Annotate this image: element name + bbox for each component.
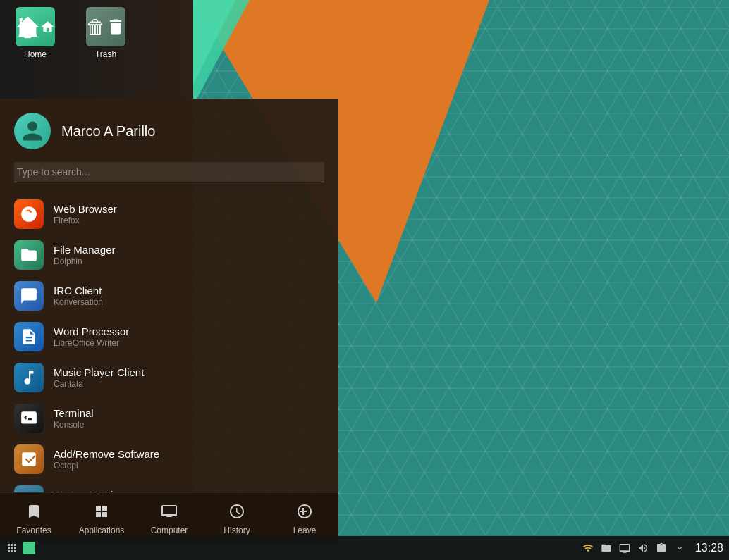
display-tray-icon[interactable] bbox=[618, 541, 632, 555]
nav-item-computer[interactable]: Computer bbox=[135, 493, 203, 542]
desktop-icon-home[interactable]: Home bbox=[7, 7, 63, 59]
history-nav-label: History bbox=[223, 525, 250, 535]
menu-nav: FavoritesApplicationsComputerHistoryLeav… bbox=[0, 492, 338, 542]
taskbar: 13:28 bbox=[0, 536, 729, 560]
octopi-icon bbox=[14, 444, 44, 474]
firefox-subtitle: Firefox bbox=[54, 216, 117, 225]
app-list: Web BrowserFirefoxFile ManagerDolphinIRC… bbox=[0, 191, 338, 492]
clock: 13:28 bbox=[695, 542, 723, 554]
konsole-title: Terminal bbox=[54, 407, 94, 419]
applications-nav-icon bbox=[92, 502, 111, 521]
favorites-nav-icon bbox=[24, 502, 44, 521]
nav-item-applications[interactable]: Applications bbox=[68, 493, 135, 542]
leave-nav-label: Leave bbox=[293, 525, 317, 535]
app-item-libreoffice[interactable]: Word ProcessorLibreOffice Writer bbox=[0, 316, 338, 357]
user-section: Marco A Parillo bbox=[0, 99, 338, 156]
user-avatar bbox=[14, 113, 51, 149]
app-item-konsole[interactable]: TerminalKonsole bbox=[0, 398, 338, 439]
computer-nav-icon bbox=[159, 502, 179, 521]
firefox-title: Web Browser bbox=[54, 203, 117, 215]
nav-item-favorites[interactable]: Favorites bbox=[0, 493, 68, 542]
konsole-icon bbox=[14, 404, 44, 433]
taskbar-active-window[interactable] bbox=[23, 542, 35, 554]
user-name: Marco A Parillo bbox=[61, 123, 155, 139]
taskbar-left bbox=[0, 540, 39, 556]
libreoffice-title: Word Processor bbox=[54, 325, 129, 337]
search-input[interactable] bbox=[14, 162, 324, 182]
leave-nav-icon bbox=[295, 502, 314, 521]
dolphin-icon bbox=[14, 240, 44, 270]
desktop: Home Trash Marco A Parillo W bbox=[0, 0, 729, 560]
firefox-info: Web BrowserFirefox bbox=[54, 203, 117, 225]
app-item-octopi[interactable]: Add/Remove SoftwareOctopi bbox=[0, 439, 338, 480]
clipboard-tray-icon[interactable] bbox=[654, 541, 668, 555]
nav-item-history[interactable]: History bbox=[203, 493, 271, 542]
cantata-info: Music Player ClientCantata bbox=[54, 366, 144, 389]
libreoffice-info: Word ProcessorLibreOffice Writer bbox=[54, 325, 129, 348]
home-icon-label: Home bbox=[24, 49, 47, 59]
desktop-icon-trash[interactable]: Trash bbox=[78, 7, 134, 59]
svg-point-3 bbox=[21, 206, 37, 222]
files-tray-icon[interactable] bbox=[599, 541, 613, 555]
home-icon bbox=[16, 7, 55, 46]
applications-nav-label: Applications bbox=[79, 525, 125, 535]
konversation-title: IRC Client bbox=[54, 285, 103, 297]
konversation-info: IRC ClientKonversation bbox=[54, 285, 103, 307]
app-item-firefox[interactable]: Web BrowserFirefox bbox=[0, 194, 338, 235]
dolphin-info: File ManagerDolphin bbox=[54, 244, 116, 266]
nav-item-leave[interactable]: Leave bbox=[271, 493, 338, 542]
dolphin-subtitle: Dolphin bbox=[54, 256, 116, 266]
app-item-settings[interactable]: System SettingsSystem Settings bbox=[0, 480, 338, 492]
libreoffice-icon bbox=[14, 322, 44, 351]
taskbar-apps-icon[interactable] bbox=[4, 540, 20, 556]
konversation-icon bbox=[14, 281, 44, 311]
konsole-info: TerminalKonsole bbox=[54, 407, 94, 430]
octopi-title: Add/Remove Software bbox=[54, 448, 159, 460]
taskbar-right: 13:28 bbox=[575, 541, 729, 555]
cantata-icon bbox=[14, 363, 44, 392]
konsole-subtitle: Konsole bbox=[54, 420, 94, 430]
settings-icon bbox=[14, 485, 44, 492]
octopi-info: Add/Remove SoftwareOctopi bbox=[54, 448, 159, 471]
desktop-icons: Home Trash bbox=[7, 7, 134, 59]
network-tray-icon[interactable] bbox=[581, 541, 595, 555]
computer-nav-label: Computer bbox=[151, 525, 188, 535]
firefox-icon bbox=[14, 199, 44, 229]
cantata-title: Music Player Client bbox=[54, 366, 144, 378]
favorites-nav-label: Favorites bbox=[16, 525, 51, 535]
app-item-konversation[interactable]: IRC ClientKonversation bbox=[0, 275, 338, 316]
trash-icon-label: Trash bbox=[95, 49, 116, 59]
volume-tray-icon[interactable] bbox=[636, 541, 650, 555]
history-nav-icon bbox=[227, 502, 247, 521]
cantata-subtitle: Cantata bbox=[54, 379, 144, 389]
app-menu: Marco A Parillo Web BrowserFirefoxFile M… bbox=[0, 99, 338, 542]
app-item-dolphin[interactable]: File ManagerDolphin bbox=[0, 235, 338, 275]
app-item-cantata[interactable]: Music Player ClientCantata bbox=[0, 357, 338, 398]
trash-icon bbox=[86, 7, 125, 46]
konversation-subtitle: Konversation bbox=[54, 297, 103, 307]
expand-tray-icon[interactable] bbox=[673, 541, 687, 555]
libreoffice-subtitle: LibreOffice Writer bbox=[54, 338, 129, 348]
dolphin-title: File Manager bbox=[54, 244, 116, 256]
octopi-subtitle: Octopi bbox=[54, 461, 159, 471]
